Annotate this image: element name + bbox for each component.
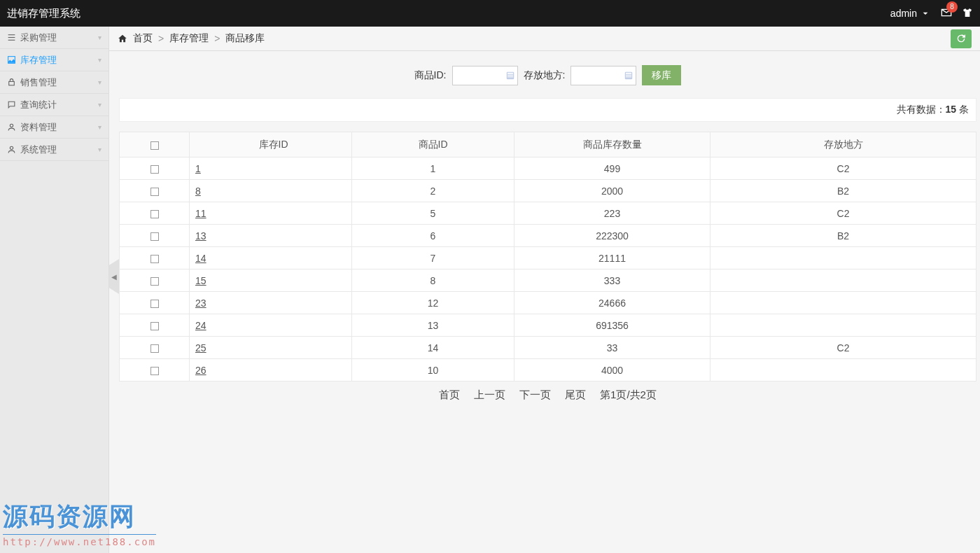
- sidebar-item-label: 系统管理: [20, 144, 57, 156]
- pager-first[interactable]: 首页: [439, 388, 460, 402]
- col-location: 存放地方: [710, 132, 976, 158]
- cell-qty: 222300: [514, 225, 710, 247]
- cell-location: [710, 292, 976, 314]
- pager-next[interactable]: 下一页: [519, 388, 551, 402]
- sidebar-item-system[interactable]: 系统管理 ▾: [0, 139, 108, 161]
- stock-id-link[interactable]: 23: [195, 298, 206, 309]
- row-checkbox[interactable]: [150, 322, 159, 330]
- sidebar-item-data[interactable]: 资料管理 ▾: [0, 116, 108, 139]
- crumb-home[interactable]: 首页: [133, 32, 153, 45]
- svg-rect-2: [8, 40, 15, 41]
- sidebar-item-query[interactable]: 查询统计 ▾: [0, 94, 108, 116]
- svg-rect-9: [507, 74, 512, 75]
- mail-badge: 8: [946, 1, 958, 13]
- breadcrumb: 首页 > 库存管理 > 商品移库: [118, 32, 265, 45]
- home-icon: [118, 34, 127, 43]
- sidebar-item-inventory[interactable]: 库存管理 ▾: [0, 49, 108, 71]
- table-row: 2413691356: [120, 314, 976, 337]
- chevron-down-icon: [920, 8, 931, 19]
- cell-product-id: 14: [352, 337, 514, 359]
- cell-product-id: 7: [352, 247, 514, 270]
- cell-qty: 2000: [514, 180, 710, 202]
- table-row: 136222300B2: [120, 225, 976, 247]
- user-dropdown[interactable]: admin: [890, 8, 931, 19]
- theme-button[interactable]: [962, 7, 973, 20]
- row-checkbox[interactable]: [150, 367, 159, 375]
- row-checkbox[interactable]: [150, 165, 159, 174]
- table-row: 11499C2: [120, 158, 976, 180]
- crumb-sep: >: [214, 33, 220, 44]
- stock-id-link[interactable]: 1: [195, 163, 201, 174]
- cell-location: C2: [710, 202, 976, 225]
- chevron-down-icon: ▾: [98, 146, 102, 153]
- sidebar-item-sales[interactable]: 销售管理 ▾: [0, 71, 108, 94]
- sidebar-item-label: 库存管理: [20, 54, 57, 66]
- stock-id-link[interactable]: 8: [195, 186, 201, 197]
- main-panel: 首页 > 库存管理 > 商品移库 商品ID: 存放地方:: [109, 27, 980, 553]
- stock-id-link[interactable]: 13: [195, 230, 206, 241]
- topbar: 进销存管理系统 admin 8: [0, 0, 980, 27]
- stock-id-link[interactable]: 26: [195, 365, 206, 376]
- cell-location: [710, 270, 976, 292]
- crumb-category[interactable]: 库存管理: [169, 32, 209, 45]
- row-checkbox[interactable]: [150, 188, 159, 196]
- row-checkbox[interactable]: [150, 232, 159, 241]
- cell-product-id: 2: [352, 180, 514, 202]
- stock-id-link[interactable]: 15: [195, 275, 206, 286]
- refresh-button[interactable]: [951, 29, 972, 48]
- row-checkbox[interactable]: [150, 300, 159, 308]
- cell-product-id: 8: [352, 270, 514, 292]
- stock-id-link[interactable]: 11: [195, 208, 206, 219]
- picker-icon[interactable]: [505, 71, 515, 80]
- sidebar-item-label: 采购管理: [20, 31, 57, 44]
- app-title: 进销存管理系统: [7, 7, 80, 20]
- cell-product-id: 10: [352, 359, 514, 382]
- product-id-label: 商品ID:: [414, 69, 447, 82]
- cell-qty: 4000: [514, 359, 710, 382]
- mail-button[interactable]: 8: [941, 7, 952, 20]
- cell-qty: 333: [514, 270, 710, 292]
- row-checkbox[interactable]: [150, 277, 159, 286]
- svg-rect-14: [626, 76, 631, 77]
- svg-point-5: [10, 124, 13, 127]
- table-row: 251433C2: [120, 337, 976, 359]
- pager-last[interactable]: 尾页: [565, 388, 586, 402]
- cell-location: C2: [710, 158, 976, 180]
- list-icon: [7, 33, 16, 42]
- stock-id-link[interactable]: 25: [195, 342, 206, 354]
- cell-location: C2: [710, 337, 976, 359]
- refresh-icon: [955, 33, 967, 44]
- chevron-down-icon: ▾: [98, 101, 102, 108]
- shirt-icon: [962, 7, 973, 18]
- stock-id-link[interactable]: 14: [195, 253, 206, 264]
- svg-rect-12: [626, 72, 631, 74]
- lock-icon: [7, 78, 16, 87]
- search-bar: 商品ID: 存放地方: 移库: [119, 58, 976, 98]
- picker-icon[interactable]: [624, 71, 634, 80]
- col-qty: 商品库存数量: [514, 132, 710, 158]
- stock-id-link[interactable]: 24: [195, 320, 206, 331]
- sidebar-collapse-handle[interactable]: ◀: [109, 266, 119, 287]
- select-all-checkbox[interactable]: [150, 141, 159, 150]
- row-checkbox[interactable]: [150, 255, 159, 263]
- cell-location: [710, 314, 976, 337]
- cell-qty: 21111: [514, 247, 710, 270]
- svg-rect-4: [9, 81, 15, 85]
- sidebar-item-purchase[interactable]: 采购管理 ▾: [0, 27, 108, 49]
- cell-product-id: 13: [352, 314, 514, 337]
- breadcrumb-bar: 首页 > 库存管理 > 商品移库: [109, 27, 980, 51]
- user-icon: [7, 122, 16, 132]
- chevron-down-icon: ▾: [98, 78, 102, 86]
- count-suffix: 条: [956, 104, 969, 115]
- chat-icon: [7, 100, 16, 109]
- pager-prev[interactable]: 上一页: [474, 388, 505, 402]
- stock-table: 库存ID 商品ID 商品库存数量 存放地方 11499C2822000B2115…: [119, 132, 976, 382]
- svg-rect-1: [8, 37, 15, 38]
- cell-product-id: 1: [352, 158, 514, 180]
- cell-qty: 223: [514, 202, 710, 225]
- sidebar-item-label: 销售管理: [20, 76, 57, 89]
- move-button[interactable]: 移库: [642, 65, 681, 85]
- row-checkbox[interactable]: [150, 344, 159, 353]
- col-product-id: 商品ID: [352, 132, 514, 158]
- row-checkbox[interactable]: [150, 210, 159, 218]
